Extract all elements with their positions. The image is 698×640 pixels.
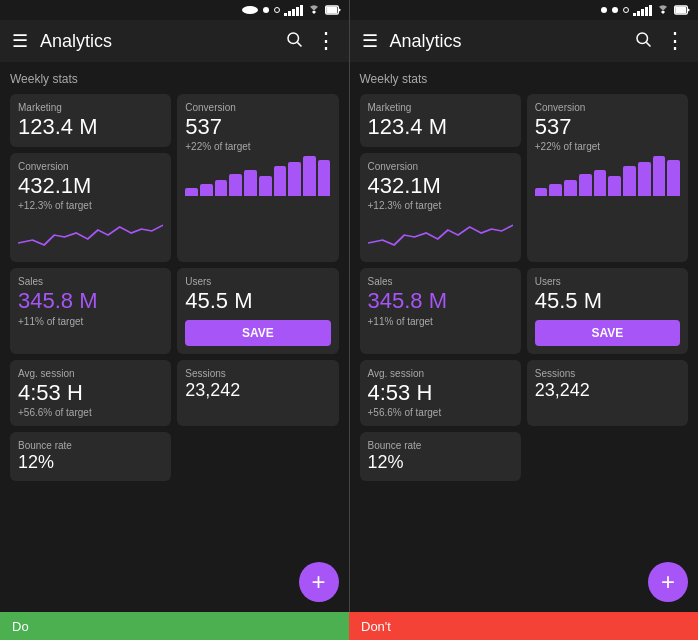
stats-grid-dont: Marketing 123.4 M Conversion 537 +22% of… <box>360 94 689 481</box>
sessions-label-dont: Sessions <box>535 368 680 379</box>
bar-1 <box>185 188 198 196</box>
sessions-value-dont: 23,242 <box>535 381 680 401</box>
bar-3-dont <box>564 180 577 196</box>
dot3-dont <box>623 7 629 13</box>
bar-6-dont <box>608 176 621 196</box>
svg-rect-2 <box>326 7 337 14</box>
conversion-bottom-value-dont: 432.1M <box>368 174 513 198</box>
do-label: Do <box>12 619 29 634</box>
conversion-top-target-do: +22% of target <box>185 141 330 152</box>
sales-value-do: 345.8 M <box>18 289 163 313</box>
bounce-rate-label-do: Bounce rate <box>18 440 163 451</box>
bar-chart-do <box>185 156 330 196</box>
users-card-do: Users 45.5 M SAVE <box>177 268 338 353</box>
bar-2-dont <box>549 184 562 196</box>
screens-container: ☰ Analytics ⋮ Weekly stats Marketing 123… <box>0 0 698 612</box>
conversion-bottom-label-dont: Conversion <box>368 161 513 172</box>
conversion-top-label-dont: Conversion <box>535 102 680 113</box>
sales-card-dont: Sales 345.8 M +11% of target <box>360 268 521 353</box>
svg-point-3 <box>288 33 299 44</box>
marketing-value-dont: 123.4 M <box>368 115 513 139</box>
avg-session-target-dont: +56.6% of target <box>368 407 513 418</box>
more-button-do[interactable]: ⋮ <box>315 28 337 54</box>
wifi-icon-dont <box>655 4 671 16</box>
hamburger-menu-dont[interactable]: ☰ <box>362 30 378 52</box>
marketing-card-do: Marketing 123.4 M <box>10 94 171 147</box>
bar-9-dont <box>653 156 666 196</box>
search-button-dont[interactable] <box>634 30 652 53</box>
wifi-icon <box>306 4 322 16</box>
bar-8-dont <box>638 162 651 196</box>
status-bar-dont <box>350 0 699 20</box>
bounce-rate-card-do: Bounce rate 12% <box>10 432 171 481</box>
bar2 <box>288 11 291 16</box>
users-card-dont: Users 45.5 M SAVE <box>527 268 688 353</box>
top-bar-do: ☰ Analytics ⋮ <box>0 20 349 62</box>
bar5 <box>300 5 303 16</box>
battery-icon <box>325 4 341 16</box>
conversion-top-value-dont: 537 <box>535 115 680 139</box>
fab-dont[interactable]: + <box>648 562 688 602</box>
dont-label: Don't <box>361 619 391 634</box>
svg-line-4 <box>297 42 301 46</box>
avg-session-value-do: 4:53 H <box>18 381 163 405</box>
dot1-dont <box>601 7 607 13</box>
bar-4-dont <box>579 174 592 196</box>
sales-card-do: Sales 345.8 M +11% of target <box>10 268 171 353</box>
bar4 <box>296 7 299 16</box>
avg-session-card-do: Avg. session 4:53 H +56.6% of target <box>10 360 171 426</box>
signal-bars-dont <box>633 5 652 16</box>
bar4-dont <box>645 7 648 16</box>
bar-7-dont <box>623 166 636 196</box>
bar3 <box>292 9 295 16</box>
bar-7 <box>274 166 287 196</box>
sales-value-dont: 345.8 M <box>368 289 513 313</box>
bar-1-dont <box>535 188 548 196</box>
top-bar-dont: ☰ Analytics ⋮ <box>350 20 699 62</box>
bar-3 <box>215 180 228 196</box>
weekly-stats-label-do: Weekly stats <box>10 72 339 86</box>
users-value-dont: 45.5 M <box>535 289 680 313</box>
save-button-do[interactable]: SAVE <box>185 320 330 346</box>
bar-8 <box>288 162 301 196</box>
fab-do[interactable]: + <box>299 562 339 602</box>
signal-bars <box>284 5 303 16</box>
bounce-rate-value-dont: 12% <box>368 453 513 473</box>
avg-session-card-dont: Avg. session 4:53 H +56.6% of target <box>360 360 521 426</box>
bar5-dont <box>649 5 652 16</box>
bar-5 <box>244 170 257 196</box>
app-title-dont: Analytics <box>390 31 623 52</box>
conversion-bottom-label-do: Conversion <box>18 161 163 172</box>
conversion-top-label-do: Conversion <box>185 102 330 113</box>
marketing-card-dont: Marketing 123.4 M <box>360 94 521 147</box>
conversion-bottom-target-dont: +12.3% of target <box>368 200 513 211</box>
search-button-do[interactable] <box>285 30 303 53</box>
line-chart-do <box>18 215 163 250</box>
stats-grid-do: Marketing 123.4 M Conversion 537 +22% of… <box>10 94 339 481</box>
hamburger-menu-do[interactable]: ☰ <box>12 30 28 52</box>
bar-5-dont <box>594 170 607 196</box>
weekly-stats-label-dont: Weekly stats <box>360 72 689 86</box>
bar-6 <box>259 176 272 196</box>
avg-session-target-do: +56.6% of target <box>18 407 163 418</box>
content-do: Weekly stats Marketing 123.4 M Conversio… <box>0 62 349 612</box>
dot2-dont <box>612 7 618 13</box>
dont-label-container: Don't <box>349 612 698 640</box>
save-button-dont[interactable]: SAVE <box>535 320 680 346</box>
bar-9 <box>303 156 316 196</box>
users-label-dont: Users <box>535 276 680 287</box>
conversion-top-card-dont: Conversion 537 +22% of target <box>527 94 688 262</box>
bar3-dont <box>641 9 644 16</box>
line-chart-dont <box>368 215 513 250</box>
bar-chart-dont <box>535 156 680 196</box>
do-screen: ☰ Analytics ⋮ Weekly stats Marketing 123… <box>0 0 349 612</box>
svg-rect-7 <box>675 7 686 14</box>
dot2 <box>263 7 269 13</box>
sales-target-do: +11% of target <box>18 316 163 327</box>
more-button-dont[interactable]: ⋮ <box>664 28 686 54</box>
sales-label-do: Sales <box>18 276 163 287</box>
conversion-top-target-dont: +22% of target <box>535 141 680 152</box>
svg-point-8 <box>637 33 648 44</box>
bounce-rate-value-do: 12% <box>18 453 163 473</box>
battery-icon-dont <box>674 4 690 16</box>
